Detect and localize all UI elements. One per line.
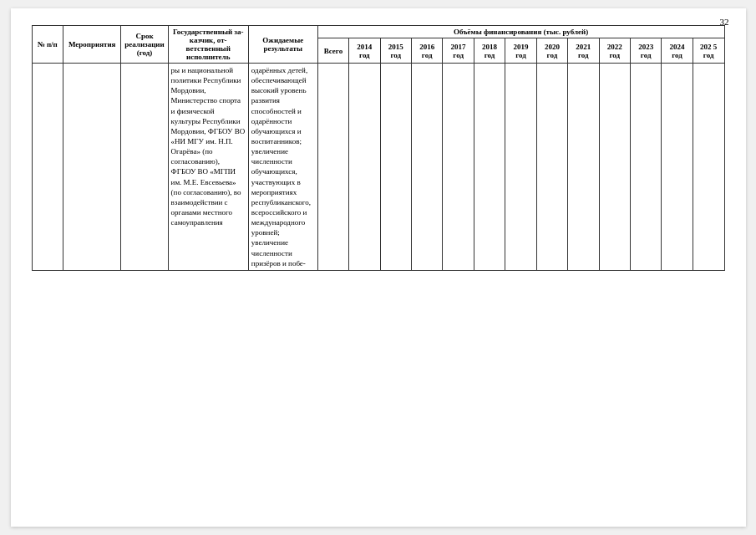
col-header-srok: Срок реали­зации (год) [121, 26, 168, 64]
col-header-2024: 2024 год [662, 38, 693, 64]
col-header-2015: 2015 год [380, 38, 411, 64]
cell-2014 [349, 64, 380, 271]
table-row: ры и национальной политики Республики Мо… [32, 64, 724, 271]
col-header-ozhid: Ожидаемые результаты [248, 26, 317, 64]
col-header-2025: 202 5 год [693, 38, 724, 64]
col-header-finansirovanie: Объёмы финансирования (тыс. рублей) [317, 26, 724, 38]
cell-srok [121, 64, 168, 271]
col-header-2017: 2017 год [443, 38, 474, 64]
col-header-2016: 2016 год [411, 38, 442, 64]
cell-vsego [317, 64, 348, 271]
page: 32 № п/п Мероприятия Сро [11, 8, 746, 527]
cell-2018 [474, 64, 505, 271]
cell-2023 [630, 64, 661, 271]
col-header-2021: 2021 год [568, 38, 599, 64]
cell-mero [63, 64, 121, 271]
cell-num [32, 64, 63, 271]
cell-2020 [536, 64, 567, 271]
cell-2025 [693, 64, 724, 271]
cell-2024 [662, 64, 693, 271]
col-header-2019: 2019 год [505, 38, 536, 64]
cell-2017 [443, 64, 474, 271]
col-header-2014: 2014 год [349, 38, 380, 64]
cell-2015 [380, 64, 411, 271]
col-header-num: № п/п [32, 26, 63, 64]
table-header-row1: № п/п Мероприятия Срок реали­зации (год)… [32, 26, 724, 38]
page-number: 32 [720, 17, 729, 27]
cell-2021 [568, 64, 599, 271]
col-header-mero: Мероприятия [63, 26, 121, 64]
cell-2016 [411, 64, 442, 271]
cell-2019 [505, 64, 536, 271]
col-header-gos: Государст­венный за­казчик, от­ветственн… [168, 26, 248, 64]
col-header-2022: 2022 год [599, 38, 630, 64]
cell-gos: ры и национальной политики Республики Мо… [168, 64, 248, 271]
col-header-2018: 2018 год [474, 38, 505, 64]
col-header-2020: 2020 год [536, 38, 567, 64]
cell-ozhid: одарённых детей, обеспечивающей высокий … [248, 64, 317, 271]
col-header-2023: 2023 год [630, 38, 661, 64]
col-header-vsego: Все­го [317, 38, 348, 64]
cell-2022 [599, 64, 630, 271]
main-table: № п/п Мероприятия Срок реали­зации (год)… [32, 25, 725, 271]
